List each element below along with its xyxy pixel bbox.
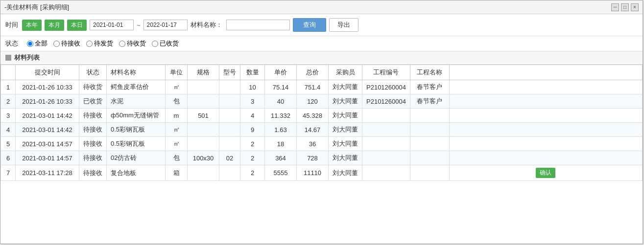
- export-button[interactable]: 导出: [329, 18, 358, 32]
- cell-price: 75.14: [265, 80, 297, 94]
- th-buyer: 采购员: [329, 65, 362, 80]
- status-radio-group: 全部 待接收 待发货 待收货 已收货: [27, 39, 179, 48]
- cell-time: 2021-01-26 10:33: [16, 80, 79, 94]
- th-model: 型号: [219, 65, 240, 80]
- cell-time: 2021-03-01 14:57: [16, 137, 79, 151]
- cell-qty: 2: [240, 151, 265, 165]
- table-row[interactable]: 52021-03-01 14:57待接收0.5彩钢瓦板㎡21836刘大同董: [1, 137, 643, 151]
- cell-status: 待收货: [79, 80, 107, 94]
- cell-status: 待接收: [79, 123, 107, 137]
- time-label: 时间: [5, 21, 18, 29]
- cell-status: 待接收: [79, 165, 107, 181]
- material-name-input[interactable]: [226, 20, 290, 30]
- th-spec: 规格: [188, 65, 219, 80]
- table-row[interactable]: 12021-01-26 10:33待收货鳄鱼皮革估价㎡1075.14751.4刘…: [1, 80, 643, 94]
- main-window: -美佳材料商 [采购明细] ─ □ × 时间 本年 本月 本日 ~ 材料名称： …: [0, 0, 643, 244]
- cell-buyer: 刘大同董: [329, 151, 362, 165]
- cell-model: 02: [219, 151, 240, 165]
- date-separator: ~: [137, 22, 141, 29]
- cell-buyer: 刘大同董: [329, 123, 362, 137]
- minimize-button[interactable]: ─: [611, 3, 619, 11]
- btn-day[interactable]: 本日: [67, 20, 87, 31]
- cell-total: 11110: [297, 165, 329, 181]
- cell-price: 1.63: [265, 123, 297, 137]
- th-action: [449, 65, 642, 80]
- cell-unit: ㎡: [166, 80, 188, 94]
- cell-spec: [188, 80, 219, 94]
- cell-model: [219, 94, 240, 109]
- table-row[interactable]: 62021-03-01 14:57待接收02仿古砖包100x3002236472…: [1, 151, 643, 165]
- cell-projname: [410, 109, 449, 123]
- cell-action[interactable]: [449, 94, 642, 109]
- cell-unit: ㎡: [166, 123, 188, 137]
- radio-collected[interactable]: 已收货: [152, 39, 179, 48]
- th-name: 材料名称: [107, 65, 166, 80]
- material-label: 材料名称：: [191, 21, 222, 29]
- cell-projname: [410, 165, 449, 181]
- cell-model: [219, 123, 240, 137]
- cell-qty: 10: [240, 80, 265, 94]
- cell-time: 2021-03-11 17:28: [16, 165, 79, 181]
- cell-spec: [188, 165, 219, 181]
- cell-unit: 包: [166, 94, 188, 109]
- btn-year[interactable]: 本年: [22, 20, 42, 31]
- cell-name: ф50mm无缝钢管: [107, 109, 166, 123]
- th-price: 单价: [265, 65, 297, 80]
- cell-name: 水泥: [107, 94, 166, 109]
- content-area: 时间 本年 本月 本日 ~ 材料名称： 查询 导出 状态 全部 待接收: [0, 14, 643, 245]
- btn-month[interactable]: 本月: [45, 20, 64, 31]
- cell-action[interactable]: [449, 137, 642, 151]
- radio-pending-ship[interactable]: 待发货: [86, 39, 113, 48]
- cell-idx: 6: [1, 151, 16, 165]
- cell-projnum: [362, 109, 410, 123]
- th-time: 提交时间: [16, 65, 79, 80]
- cell-projnum: [362, 137, 410, 151]
- cell-total: 14.67: [297, 123, 329, 137]
- cell-unit: m: [166, 109, 188, 123]
- table-row[interactable]: 42021-03-01 14:42待接收0.5彩钢瓦板㎡91.6314.67刘大…: [1, 123, 643, 137]
- radio-pending-receive[interactable]: 待接收: [53, 39, 80, 48]
- cell-buyer: 刘大同董: [329, 165, 362, 181]
- radio-all[interactable]: 全部: [27, 39, 48, 48]
- cell-action[interactable]: [449, 109, 642, 123]
- cell-action[interactable]: [449, 123, 642, 137]
- cell-status: 待接收: [79, 109, 107, 123]
- date-start-input[interactable]: [90, 20, 134, 30]
- cell-unit: 包: [166, 151, 188, 165]
- cell-buyer: 刘大同董: [329, 137, 362, 151]
- cell-status: 待接收: [79, 137, 107, 151]
- table-row[interactable]: 22021-01-26 10:33已收货水泥包340120刘大同董P210126…: [1, 94, 643, 109]
- cell-model: [219, 137, 240, 151]
- cell-time: 2021-03-01 14:42: [16, 123, 79, 137]
- table-body: 12021-01-26 10:33待收货鳄鱼皮革估价㎡1075.14751.4刘…: [1, 80, 643, 181]
- cell-spec: [188, 137, 219, 151]
- query-button[interactable]: 查询: [293, 18, 326, 32]
- cell-action[interactable]: [449, 151, 642, 165]
- cell-action[interactable]: 确认: [449, 165, 642, 181]
- cell-unit: 箱: [166, 165, 188, 181]
- section-header: 材料列表: [0, 51, 643, 65]
- cell-projnum: [362, 123, 410, 137]
- table-container[interactable]: 提交时间 状态 材料名称 单位 规格 型号 数量 单价 总价 采购员 工程编号 …: [0, 65, 643, 245]
- table-row[interactable]: 32021-03-01 14:42待接收ф50mm无缝钢管m501411.332…: [1, 109, 643, 123]
- cell-projnum: [362, 165, 410, 181]
- cell-qty: 3: [240, 94, 265, 109]
- cell-qty: 4: [240, 109, 265, 123]
- th-total: 总价: [297, 65, 329, 80]
- section-title: 材料列表: [14, 53, 40, 62]
- confirm-button[interactable]: 确认: [536, 168, 555, 178]
- cell-model: [219, 80, 240, 94]
- date-end-input[interactable]: [143, 20, 188, 30]
- cell-unit: ㎡: [166, 137, 188, 151]
- cell-projnum: [362, 151, 410, 165]
- cell-projname: [410, 123, 449, 137]
- close-button[interactable]: ×: [631, 3, 639, 11]
- cell-price: 40: [265, 94, 297, 109]
- status-label: 状态: [5, 39, 18, 48]
- cell-action[interactable]: [449, 80, 642, 94]
- restore-button[interactable]: □: [621, 3, 629, 11]
- radio-pending-collect[interactable]: 待收货: [119, 39, 146, 48]
- window-controls: ─ □ ×: [611, 3, 639, 11]
- table-row[interactable]: 72021-03-11 17:28待接收复合地板箱2555511110刘大同董确…: [1, 165, 643, 181]
- th-projnum: 工程编号: [362, 65, 410, 80]
